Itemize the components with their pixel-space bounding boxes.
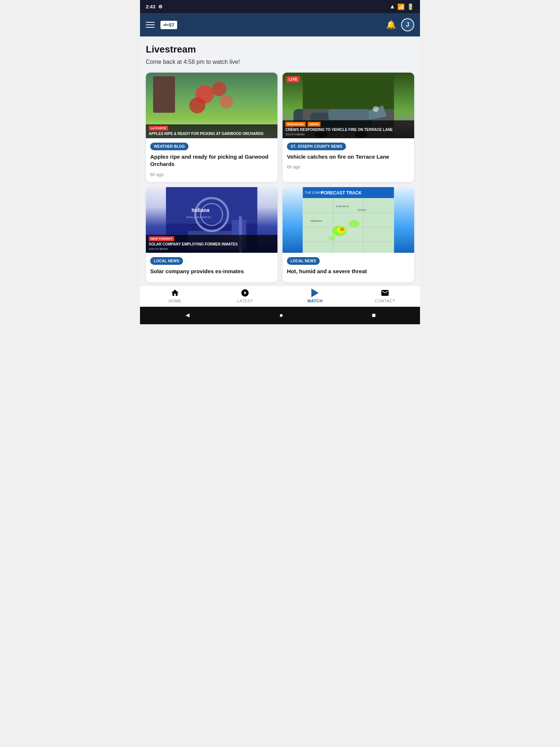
card-2-news-tag: NEWS [308, 122, 320, 127]
home-icon [171, 289, 179, 297]
card-2-live-badge: LIVE [286, 76, 300, 82]
news-card-1[interactable]: LA PORTE APPLES RIPE & READY FOR PICKING… [146, 73, 277, 182]
svg-text:TUE 5:30PM: TUE 5:30PM [305, 191, 324, 194]
home-button[interactable]: ● [279, 311, 283, 319]
svg-point-30 [349, 220, 359, 227]
card-4-image-wrap: FORECAST TRACK TUE 5:30PM [283, 187, 414, 253]
card-2-category: ST. JOSEPH COUNTY NEWS [287, 143, 346, 150]
news-card-2[interactable]: LIVE BREAKING NEWS CREWS RESPONDING TO V… [283, 73, 414, 182]
svg-text:Indiana: Indiana [192, 207, 210, 213]
card-4-body: LOCAL NEWS Hot, humid and a severe threa… [283, 253, 414, 282]
bottom-nav: HOME LATEST WATCH CONTACT [140, 285, 420, 307]
latest-icon [241, 289, 249, 297]
gear-icon: ⚙ [158, 4, 163, 9]
top-nav: abc57 🔔 J [140, 13, 420, 36]
card-1-image-wrap: LA PORTE APPLES RIPE & READY FOR PICKING… [146, 73, 277, 138]
svg-text:Goshen: Goshen [358, 209, 367, 211]
card-4-title: Hot, humid and a severe threat [287, 268, 410, 275]
menu-button[interactable] [146, 22, 155, 28]
livestream-subtitle: Come back at 4:58 pm to watch live! [146, 59, 414, 65]
watch-icon [311, 289, 319, 297]
card-2-location: BREAKING NEWS [285, 122, 411, 127]
card-3-location: NEW TONIGHT [149, 236, 275, 241]
card-4-image: FORECAST TRACK TUE 5:30PM [283, 187, 414, 253]
app-logo: abc57 [160, 21, 177, 29]
status-bar-left: 2:43 ⚙ [146, 4, 163, 9]
wifi-icon: ▲ [389, 3, 395, 10]
card-1-time: 6h ago [150, 172, 164, 177]
nav-watch[interactable]: WATCH [302, 289, 328, 303]
logo-prefix: abc [163, 23, 169, 27]
contact-icon [381, 289, 389, 297]
news-card-4[interactable]: FORECAST TRACK TUE 5:30PM [283, 187, 414, 282]
nav-right: 🔔 J [386, 18, 414, 31]
card-3-headline: SOLAR COMPANY EMPLOYING FORMER INMATES [149, 242, 275, 247]
card-3-image-wrap: Indiana SMALL BUSINESS NEW TONIGHT SOLAR… [146, 187, 277, 253]
svg-point-7 [373, 106, 379, 112]
news-grid: LA PORTE APPLES RIPE & READY FOR PICKING… [146, 73, 414, 285]
user-avatar[interactable]: J [401, 18, 414, 31]
card-3-ticker: NEW TONIGHT SOLAR COMPANY EMPLOYING FORM… [146, 235, 277, 253]
livestream-section: Livestream Come back at 4:58 pm to watch… [146, 44, 414, 65]
card-3-title: Solar company provides ex-inmates [150, 268, 273, 275]
recents-button[interactable]: ■ [372, 311, 376, 319]
card-1-location: LA PORTE [149, 126, 275, 131]
card-1-headline: APPLES RIPE & READY FOR PICKING AT GARWO… [149, 131, 275, 136]
nav-left: abc57 [146, 21, 177, 29]
time-display: 2:43 [146, 4, 155, 9]
svg-text:SMALL BUSINESS: SMALL BUSINESS [186, 216, 211, 219]
card-2-headline: CREWS RESPONDING TO VEHICLE FIRE ON TERR… [285, 127, 411, 132]
nav-contact[interactable]: CONTACT [372, 289, 398, 303]
main-content: Livestream Come back at 4:58 pm to watch… [140, 36, 420, 285]
bell-icon[interactable]: 🔔 [386, 20, 396, 30]
status-bar: 2:43 ⚙ ▲ 📶 🔋 [140, 0, 420, 13]
nav-watch-label: WATCH [307, 299, 323, 303]
card-1-title: Apples ripe and ready for picking at Gar… [150, 153, 273, 168]
card-3-tag: NEW TONIGHT [149, 236, 174, 241]
card-3-category: LOCAL NEWS [150, 257, 183, 265]
card-2-image-wrap: LIVE BREAKING NEWS CREWS RESPONDING TO V… [283, 73, 414, 138]
card-4-category: LOCAL NEWS [287, 257, 320, 265]
logo-number: 57 [169, 22, 174, 28]
nav-latest-label: LATEST [237, 299, 253, 303]
news-card-3[interactable]: Indiana SMALL BUSINESS NEW TONIGHT SOLAR… [146, 187, 277, 282]
card-2-breaking-tag: BREAKING [285, 122, 306, 127]
nav-home[interactable]: HOME [162, 289, 188, 303]
card-2-title: Vehicle catches on fire on Terrace Lane [287, 153, 410, 160]
card-3-body: LOCAL NEWS Solar company provides ex-inm… [146, 253, 277, 282]
nav-home-label: HOME [169, 299, 182, 303]
card-2-body: ST. JOSEPH COUNTY NEWS Vehicle catches o… [283, 138, 414, 174]
back-button[interactable]: ◄ [184, 311, 191, 319]
svg-point-31 [328, 236, 336, 241]
svg-rect-5 [328, 109, 369, 120]
card-2-time: 6h ago [287, 165, 300, 170]
nav-latest[interactable]: LATEST [232, 289, 258, 303]
livestream-title: Livestream [146, 44, 414, 55]
svg-text:Valparaiso: Valparaiso [310, 220, 322, 222]
card-1-category: WEATHER BLOG [150, 143, 188, 150]
card-1-ticker: LA PORTE APPLES RIPE & READY FOR PICKING… [146, 124, 277, 138]
card-1-tag: LA PORTE [149, 126, 168, 131]
system-nav: ◄ ● ■ [140, 307, 420, 324]
card-2-ticker: BREAKING NEWS CREWS RESPONDING TO VEHICL… [283, 120, 414, 138]
card-3-loc: SOUTH BEND [149, 247, 275, 251]
status-bar-right: ▲ 📶 🔋 [389, 3, 414, 10]
nav-contact-label: CONTACT [375, 299, 395, 303]
card-1-body: WEATHER BLOG Apples ripe and ready for p… [146, 138, 277, 182]
svg-rect-9 [166, 187, 257, 224]
signal-icon: 📶 [397, 3, 405, 10]
card-2-loc: SOUTH BEND [285, 133, 411, 136]
svg-text:FORECAST TRACK: FORECAST TRACK [321, 190, 362, 196]
svg-text:South Bend: South Bend [336, 205, 349, 208]
battery-icon: 🔋 [407, 3, 414, 10]
svg-point-29 [340, 228, 345, 231]
